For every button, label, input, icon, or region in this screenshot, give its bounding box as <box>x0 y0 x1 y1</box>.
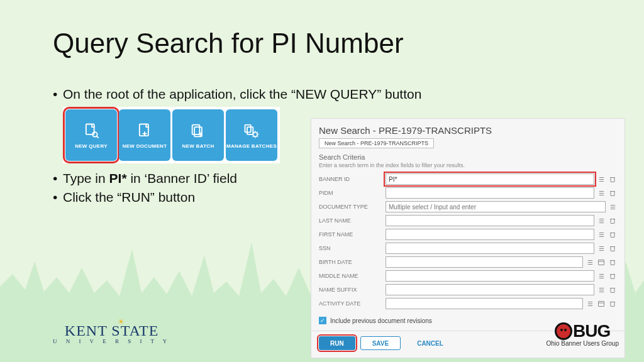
field-row: FIRST NAME☰ <box>319 228 617 241</box>
field-row: DOCUMENT TYPE☰ <box>319 200 617 214</box>
field-row: BANNER ID☰ <box>319 172 617 186</box>
list-icon[interactable]: ☰ <box>586 258 594 266</box>
field-label: NAME SUFFIX <box>319 287 383 293</box>
obug-text: BUG <box>573 321 610 341</box>
bullet-2-pre: Type in <box>63 171 109 185</box>
svg-rect-29 <box>611 288 614 293</box>
field-input[interactable] <box>386 284 594 295</box>
tile-label: NEW DOCUMENT <box>123 143 167 149</box>
svg-rect-13 <box>611 178 614 182</box>
save-button[interactable]: SAVE <box>360 336 401 350</box>
svg-point-12 <box>253 132 257 136</box>
list-icon[interactable]: ☰ <box>597 216 606 225</box>
tile-manage-batches[interactable]: MANAGE BATCHES <box>226 109 277 161</box>
include-revisions-label: Include previous document revisions <box>330 317 432 324</box>
svg-rect-31 <box>599 302 604 307</box>
calendar-icon[interactable] <box>597 258 606 266</box>
list-icon[interactable]: ☰ <box>597 175 606 184</box>
bullet-2: Type in PI* in ‘Banner ID’ field <box>53 171 292 186</box>
field-label: LAST NAME <box>319 217 383 224</box>
obug-sub: Ohio Banner Users Group <box>546 340 619 347</box>
kent-state-logo: ☀ KENT STATE U N I V E R S I T Y <box>53 317 170 344</box>
bullet-1: On the root of the application, click th… <box>53 87 569 102</box>
field-input[interactable] <box>386 298 583 309</box>
bullet-2-bold: PI* <box>109 171 127 185</box>
field-row: BIRTH DATE☰ <box>319 255 617 269</box>
list-icon[interactable]: ☰ <box>597 272 606 280</box>
field-label: BANNER ID <box>319 176 383 182</box>
tile-label: MANAGE BATCHES <box>226 143 277 149</box>
clear-icon[interactable] <box>608 216 617 225</box>
kent-text: KENT STATE <box>65 322 159 339</box>
bullet-1-em: NEW QUERY <box>296 87 377 101</box>
field-row: LAST NAME☰ <box>319 214 617 228</box>
bullet-1-pre: On the root of the application, click th… <box>63 87 296 101</box>
clear-icon[interactable] <box>608 299 617 308</box>
clear-icon[interactable] <box>608 175 617 184</box>
field-input[interactable] <box>386 215 594 226</box>
ladybug-icon <box>555 322 572 340</box>
obug-logo: BUG Ohio Banner Users Group <box>546 321 619 347</box>
field-label: FIRST NAME <box>319 231 383 238</box>
list-icon[interactable]: ☰ <box>597 244 606 253</box>
clear-icon[interactable] <box>608 258 617 266</box>
clear-icon[interactable] <box>608 189 617 197</box>
clear-icon[interactable] <box>608 285 617 294</box>
panel-tab[interactable]: New Search - PRE-1979-TRANSCRIPTS <box>319 138 434 148</box>
criteria-heading: Search Criteria <box>319 153 617 161</box>
list-icon[interactable]: ☰ <box>608 202 617 211</box>
kent-sub: U N I V E R S I T Y <box>53 338 170 344</box>
bullet-3: Click the “RUN” button <box>53 190 292 205</box>
field-input[interactable] <box>386 270 594 282</box>
tile-new-document[interactable]: NEW DOCUMENT <box>119 109 170 161</box>
list-icon[interactable]: ☰ <box>597 189 606 197</box>
field-input[interactable] <box>386 243 594 254</box>
field-label: PIDM <box>319 190 383 196</box>
include-revisions-checkbox[interactable]: ✓ <box>319 317 326 324</box>
criteria-sub: Enter a search term in the index fields … <box>319 162 617 168</box>
svg-line-2 <box>97 136 99 138</box>
panel-title: New Search - PRE-1979-TRANSCRIPTS <box>319 125 617 136</box>
field-input[interactable] <box>386 256 583 268</box>
svg-rect-27 <box>611 275 614 279</box>
tile-row: NEW QUERY NEW DOCUMENT NEW BATCH MANAGE … <box>63 107 280 163</box>
svg-rect-25 <box>611 261 614 265</box>
svg-rect-15 <box>611 192 614 196</box>
field-row: PIDM☰ <box>319 186 617 200</box>
calendar-icon[interactable] <box>597 299 606 308</box>
svg-rect-21 <box>611 247 614 251</box>
bullet-2-post: in ‘Banner ID’ field <box>127 171 237 185</box>
clear-icon[interactable] <box>608 272 617 280</box>
field-input[interactable] <box>386 201 606 212</box>
bullet-1-post: ” button <box>377 87 421 101</box>
field-row: ACTIVITY DATE☰ <box>319 297 617 310</box>
tile-new-batch[interactable]: NEW BATCH <box>172 109 224 161</box>
field-label: ACTIVITY DATE <box>319 300 383 307</box>
bullet-list: On the root of the application, click th… <box>53 87 292 209</box>
field-label: SSN <box>319 245 383 251</box>
tile-new-query[interactable]: NEW QUERY <box>65 109 117 161</box>
tile-label: NEW QUERY <box>75 143 108 149</box>
run-button[interactable]: RUN <box>319 336 355 350</box>
tile-label: NEW BATCH <box>182 143 214 149</box>
manage-batches-icon <box>243 122 260 140</box>
clear-icon[interactable] <box>608 244 617 253</box>
field-label: BIRTH DATE <box>319 259 383 265</box>
field-row: MIDDLE NAME☰ <box>319 269 617 283</box>
list-icon[interactable]: ☰ <box>597 285 606 294</box>
slide-title: Query Search for PI Number <box>53 28 404 59</box>
cancel-button[interactable]: CANCEL <box>406 336 455 350</box>
field-input[interactable] <box>386 187 594 199</box>
svg-rect-17 <box>611 219 614 224</box>
new-batch-icon <box>189 122 207 140</box>
list-icon[interactable]: ☰ <box>586 299 594 308</box>
new-document-icon <box>136 122 153 140</box>
field-row: SSN☰ <box>319 241 617 255</box>
clear-icon[interactable] <box>608 230 617 239</box>
field-input[interactable] <box>386 229 594 240</box>
svg-rect-23 <box>599 260 604 265</box>
svg-rect-11 <box>247 127 253 134</box>
svg-rect-33 <box>611 302 614 307</box>
list-icon[interactable]: ☰ <box>597 230 606 239</box>
field-input[interactable] <box>386 173 594 185</box>
